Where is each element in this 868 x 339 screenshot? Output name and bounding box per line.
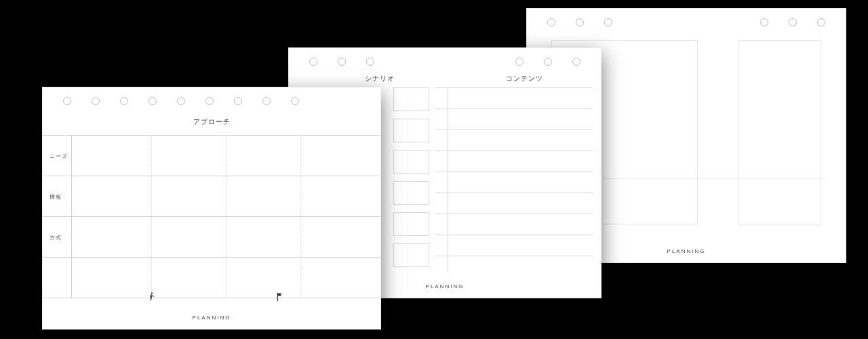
grid-dashed: [226, 135, 226, 298]
binder-hole-icon: [177, 97, 185, 105]
column-title-content: コンテンツ: [506, 74, 543, 83]
grid-line: [43, 298, 380, 298]
grid-line: [43, 257, 380, 258]
binder-hole-icon: [544, 58, 552, 66]
binder-hole-icon: [366, 58, 374, 66]
person-running-icon: [147, 292, 157, 304]
binder-hole-icon: [760, 18, 768, 26]
binder-hole-icon: [515, 58, 524, 66]
scenario-box: [393, 243, 429, 267]
binder-hole-icon: [63, 97, 71, 105]
scenario-box: [393, 181, 429, 205]
grid-vertical: [71, 135, 72, 298]
binder-hole-icon: [309, 58, 317, 66]
row-label-needs: ニーズ: [50, 153, 68, 160]
binder-holes: [43, 87, 380, 105]
content-panel-right: [738, 40, 821, 224]
grid-line: [43, 135, 380, 136]
binder-hole-icon: [262, 97, 271, 105]
binder-holes: [527, 9, 846, 26]
grid-dashed: [151, 135, 152, 298]
footer-label: PLANNING: [667, 248, 706, 254]
approach-grid: ニーズ 情報 方式: [43, 135, 380, 298]
binder-hole-icon: [205, 97, 214, 105]
goal-flag-icon: [277, 292, 283, 304]
grid-dashed: [300, 135, 301, 298]
binder-hole-icon: [92, 97, 100, 105]
binder-hole-icon: [572, 58, 580, 66]
card-title-approach: アプローチ: [193, 117, 231, 127]
scenario-box: [393, 212, 429, 236]
planning-card-approach: アプローチ ニーズ 情報 方式 PLANNING: [42, 87, 381, 330]
footer-label: PLANNING: [193, 315, 231, 321]
scenario-box: [393, 150, 429, 174]
grid-line: [43, 216, 380, 217]
ruled-lines: [435, 87, 593, 256]
binder-holes: [289, 48, 601, 66]
binder-hole-icon: [576, 18, 584, 26]
row-label-method: 方式: [50, 234, 62, 241]
svg-point-0: [151, 292, 153, 294]
binder-hole-icon: [547, 18, 555, 26]
footer-label: PLANNING: [426, 283, 465, 290]
binder-hole-icon: [120, 97, 128, 105]
grid-line: [43, 176, 380, 176]
binder-hole-icon: [338, 58, 346, 66]
scenario-box: [393, 119, 429, 142]
binder-hole-icon: [789, 18, 797, 26]
binder-hole-icon: [817, 18, 825, 26]
binder-hole-icon: [604, 18, 612, 26]
scenario-box: [393, 87, 429, 111]
binder-hole-icon: [149, 97, 157, 105]
column-title-scenario: シナリオ: [365, 74, 395, 83]
binder-hole-icon: [291, 97, 299, 105]
binder-hole-icon: [234, 97, 242, 105]
row-label-info: 情報: [50, 193, 62, 201]
